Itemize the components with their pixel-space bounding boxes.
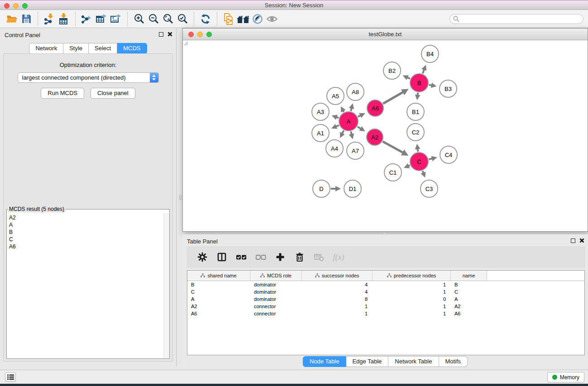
graph-node-A[interactable]: A [339, 111, 359, 131]
tab-network-table[interactable]: Network Table [388, 356, 439, 367]
graph-node-A7[interactable]: A7 [346, 142, 364, 160]
graph-node-A5[interactable]: A5 [326, 87, 344, 105]
open-session-button[interactable] [5, 12, 19, 26]
export-network-button[interactable] [80, 12, 94, 26]
tab-edge-table[interactable]: Edge Table [346, 356, 388, 367]
graph-node-D1[interactable]: D1 [344, 180, 362, 198]
edge-C-C3[interactable] [423, 171, 424, 174]
edge-B-B4[interactable] [423, 69, 425, 73]
edge-C-C2[interactable] [417, 148, 418, 152]
edge-C-C4[interactable] [429, 158, 433, 159]
zoom-window-button[interactable] [22, 3, 28, 9]
column-header-MCDS-role[interactable]: MCDS role [250, 271, 302, 281]
mcds-result-item[interactable]: C [9, 236, 163, 243]
graph-node-A8[interactable]: A8 [346, 83, 364, 101]
tab-select[interactable]: Select [89, 43, 117, 54]
delete-table-button[interactable] [313, 251, 325, 263]
import-table-button[interactable] [57, 12, 71, 26]
table-row[interactable]: Bdominator41B [187, 281, 584, 288]
tab-network[interactable]: Network [29, 43, 63, 54]
edge-A2-C[interactable] [383, 142, 404, 153]
graphics-details-button[interactable] [250, 12, 265, 26]
show-column-button[interactable] [216, 251, 228, 263]
column-header-shared-name[interactable]: shared name [187, 271, 250, 281]
memory-button[interactable]: Memory [547, 372, 584, 382]
tab-motifs[interactable]: Motifs [439, 356, 468, 367]
minimize-window-button[interactable] [13, 3, 19, 9]
zoom-fit-button[interactable] [161, 12, 175, 26]
graph-node-A3[interactable]: A3 [311, 103, 330, 121]
table-row[interactable]: A6connector11A6 [187, 310, 584, 317]
net-minimize-button[interactable] [197, 32, 203, 37]
zoom-selected-button[interactable] [175, 12, 190, 26]
edge-A-A1[interactable] [335, 125, 339, 127]
tab-node-table[interactable]: Node Table [303, 356, 346, 367]
close-window-button[interactable] [4, 3, 10, 9]
edge-A-A3[interactable] [336, 117, 339, 118]
net-zoom-button[interactable] [206, 32, 212, 37]
column-header-successor-nodes[interactable]: successor nodes [302, 271, 373, 281]
tab-mcds[interactable]: MCDS [117, 43, 147, 54]
column-header-name[interactable]: name [451, 271, 487, 281]
mcds-result-item[interactable]: B [9, 229, 163, 236]
network-canvas[interactable]: AA1A2A3A4A5A6A7A8BB1B2B3B4CC1C2C3C4DD1 [183, 40, 588, 231]
column-header-predecessor-nodes[interactable]: predecessor nodes [373, 271, 451, 281]
export-image-button[interactable] [109, 12, 123, 26]
home-button[interactable] [236, 12, 250, 26]
graph-node-A4[interactable]: A4 [325, 139, 344, 157]
mcds-result-item[interactable]: A [9, 221, 163, 229]
function-builder-button[interactable]: f(x) [333, 251, 344, 263]
edge-A-A2[interactable] [358, 127, 362, 129]
result-scrollbar[interactable] [163, 213, 169, 358]
zoom-out-button[interactable] [146, 12, 161, 26]
optimization-select[interactable]: largest connected component (directed) [18, 72, 159, 83]
close-panel-icon[interactable] [167, 32, 172, 37]
import-network-button[interactable] [42, 12, 57, 26]
table-settings-button[interactable] [196, 251, 208, 263]
tab-style[interactable]: Style [63, 43, 89, 54]
edge-B-B1[interactable] [417, 93, 418, 96]
edge-A-A5[interactable] [343, 110, 344, 112]
edge-A-A6[interactable] [358, 115, 361, 117]
mcds-result-item[interactable]: A6 [9, 243, 163, 250]
edge-A-A4[interactable] [342, 130, 344, 134]
copy-network-button[interactable] [221, 12, 236, 26]
table-row[interactable]: Adominator80A [187, 295, 584, 303]
float-panel-icon[interactable] [159, 32, 163, 37]
create-column-button[interactable] [274, 251, 286, 263]
resize-grip-icon[interactable] [183, 40, 188, 46]
v-scroll-handle[interactable] [179, 195, 182, 200]
graph-node-B2[interactable]: B2 [383, 62, 401, 80]
show-hide-panel-button[interactable] [265, 12, 279, 26]
graph-node-B1[interactable]: B1 [406, 103, 425, 121]
graph-node-C4[interactable]: C4 [440, 146, 458, 164]
deselect-all-button[interactable] [255, 251, 267, 263]
close-table-panel-icon[interactable] [579, 238, 584, 243]
mcds-result-item[interactable]: A2 [9, 214, 163, 221]
graph-node-C3[interactable]: C3 [420, 180, 438, 198]
graph-node-C1[interactable]: C1 [384, 163, 402, 181]
save-session-button[interactable] [19, 12, 33, 26]
graph-node-A1[interactable]: A1 [311, 124, 330, 142]
float-table-panel-icon[interactable] [571, 238, 575, 243]
graph-node-C[interactable]: C [410, 152, 429, 171]
net-close-button[interactable] [188, 32, 194, 37]
export-table-button[interactable] [94, 12, 109, 26]
graph-node-A2[interactable]: A2 [366, 129, 383, 146]
graph-node-B[interactable]: B [410, 73, 429, 92]
edge-B-B2[interactable] [406, 77, 410, 79]
run-mcds-button[interactable]: Run MCDS [41, 88, 84, 99]
edge-B-B3[interactable] [429, 85, 433, 86]
edge-A6-B[interactable] [383, 91, 404, 104]
delete-column-button[interactable] [294, 251, 306, 263]
select-all-button[interactable] [235, 251, 247, 263]
graph-node-B3[interactable]: B3 [439, 80, 457, 98]
graph-node-A6[interactable]: A6 [367, 100, 384, 117]
table-row[interactable]: A2connector11A2 [187, 303, 584, 310]
graph-node-D[interactable]: D [312, 180, 330, 198]
edge-C-C1[interactable] [408, 165, 410, 166]
apply-layout-button[interactable] [198, 12, 213, 26]
zoom-in-button[interactable] [132, 12, 146, 26]
edge-A-A8[interactable] [351, 108, 352, 111]
table-row[interactable]: Cdominator41C [187, 288, 584, 295]
